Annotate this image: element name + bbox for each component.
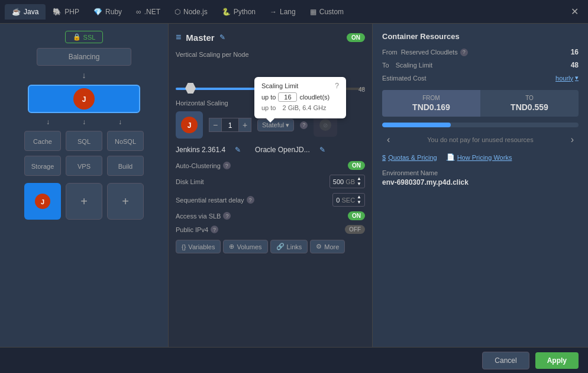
- cost-progress-fill: [382, 123, 451, 127]
- toolbar: {} Variables ⊕ Volumes 🔗 Links ⚙ More: [176, 240, 365, 253]
- cost-from-box: FROM TND0.169: [382, 90, 480, 117]
- svg-text:J: J: [41, 198, 44, 205]
- nosql-node[interactable]: NoSQL: [107, 131, 144, 151]
- tab-ruby[interactable]: 💎 Ruby: [86, 4, 129, 20]
- master-icon: ≡: [176, 32, 181, 43]
- java-small-node[interactable]: J: [24, 183, 61, 220]
- tab-java[interactable]: ☕ Java: [5, 4, 46, 20]
- scaling-limit-input[interactable]: [278, 92, 297, 102]
- how-pricing-works-link[interactable]: 📄 How Pricing Works: [447, 153, 512, 161]
- lang-icon: →: [270, 8, 277, 16]
- auto-clustering-help[interactable]: ?: [223, 162, 231, 169]
- chevron-down-icon: ▾: [286, 121, 289, 129]
- svg-text:J: J: [188, 121, 192, 130]
- ruby-icon: 💎: [93, 8, 102, 16]
- cost-to-box: TO TND0.559: [480, 90, 579, 117]
- nodes-row: Cache SQL NoSQL: [24, 131, 144, 151]
- java-icon: ☕: [12, 8, 21, 16]
- seq-restart-help[interactable]: ?: [247, 196, 254, 204]
- vertical-scaling-label: Vertical Scaling per Node: [176, 51, 365, 58]
- chevron-down-icon: ▾: [575, 74, 579, 82]
- main-layout: 🔒 SSL Balancing ↓ J ↓ ↓ ↓ Cache SQL: [0, 24, 588, 373]
- env-name-label: Environment Name: [382, 169, 579, 176]
- oracle-edit-icon[interactable]: ✎: [319, 146, 325, 154]
- jenkins-edit-icon[interactable]: ✎: [235, 146, 241, 154]
- to-cost-value: TND0.559: [486, 102, 573, 112]
- balancing-button[interactable]: Balancing: [37, 48, 131, 66]
- add-node-button-1[interactable]: +: [66, 183, 102, 220]
- reserved-value: 16: [571, 48, 579, 56]
- public-ipv4-row: Public IPv4 ? OFF: [176, 225, 365, 234]
- public-ipv4-toggle[interactable]: OFF: [345, 225, 365, 234]
- count-increase-button[interactable]: +: [238, 118, 251, 132]
- ssl-badge[interactable]: 🔒 SSL: [65, 31, 104, 43]
- quotas-pricing-link[interactable]: $ Quotas & Pricing: [382, 154, 437, 161]
- tab-bar: ☕ Java 🐘 PHP 💎 Ruby ∞ .NET ⬡ Node.js 🐍 P…: [0, 0, 588, 24]
- master-header: ≡ Master ✎ ON: [176, 32, 365, 43]
- tab-lang[interactable]: → Lang: [263, 4, 303, 20]
- cache-node[interactable]: Cache: [24, 131, 61, 151]
- pricing-links-row: $ Quotas & Pricing 📄 How Pricing Works: [382, 153, 579, 161]
- master-edit-icon[interactable]: ✎: [219, 33, 225, 41]
- horiz-node-icon: J: [176, 111, 203, 139]
- right-panel: Container Resources From Reserved Cloudl…: [373, 24, 588, 373]
- access-slb-help[interactable]: ?: [223, 212, 231, 220]
- seq-restart-input[interactable]: 0 SEC ▲ ▼: [332, 193, 365, 207]
- sql-node[interactable]: SQL: [66, 131, 102, 151]
- count-decrease-button[interactable]: −: [209, 118, 222, 132]
- oracle-label: Oracle OpenJD...: [255, 146, 310, 154]
- hourly-label: hourly: [555, 75, 573, 82]
- tab-python[interactable]: 🐍 Python: [215, 4, 263, 20]
- nav-arrows-row: ‹ You do not pay for unused resources ›: [382, 133, 579, 146]
- cancel-button[interactable]: Cancel: [482, 352, 529, 369]
- tab-nodejs[interactable]: ⬡ Node.js: [167, 4, 215, 20]
- add-node-button-2[interactable]: +: [107, 183, 144, 220]
- cost-boxes: FROM TND0.169 TO TND0.559: [382, 90, 579, 117]
- dollar-icon: $: [382, 154, 386, 161]
- seq-arrows[interactable]: ▲ ▼: [357, 195, 361, 205]
- slider-left-thumb[interactable]: [185, 83, 196, 94]
- public-ipv4-help[interactable]: ?: [211, 226, 218, 233]
- count-control: − 1 +: [209, 118, 251, 132]
- disk-limit-input[interactable]: 500 GB ▲ ▼: [329, 175, 365, 188]
- apply-button[interactable]: Apply: [535, 352, 579, 369]
- disk-arrows[interactable]: ▲ ▼: [357, 176, 361, 186]
- more-icon: ⚙: [316, 243, 322, 250]
- from-cost-value: TND0.169: [388, 102, 474, 112]
- left-panel: 🔒 SSL Balancing ↓ J ↓ ↓ ↓ Cache SQL: [0, 24, 169, 373]
- access-slb-toggle[interactable]: ON: [348, 211, 365, 220]
- reserved-help-icon[interactable]: ?: [460, 49, 468, 56]
- stateful-help-icon[interactable]: ?: [300, 121, 308, 129]
- storage-node[interactable]: Storage: [24, 156, 61, 176]
- tooltip-help-icon[interactable]: ?: [335, 82, 339, 90]
- book-icon: 📄: [447, 153, 455, 161]
- tab-net[interactable]: ∞ .NET: [129, 4, 167, 20]
- cost-progress-bar: [382, 123, 579, 127]
- svg-text:⊘: ⊘: [323, 122, 328, 128]
- java-node[interactable]: J: [28, 85, 140, 113]
- settings-rows: Auto-Clustering ? ON Disk Limit 500 GB: [176, 161, 365, 234]
- nav-prev-arrow[interactable]: ‹: [382, 133, 395, 146]
- stateful-select[interactable]: Stateful ▾: [257, 119, 294, 131]
- links-icon: 🔗: [276, 243, 285, 250]
- svg-text:J: J: [82, 95, 86, 104]
- tab-custom[interactable]: ▦ Custom: [303, 4, 351, 20]
- auto-clustering-toggle[interactable]: ON: [348, 161, 365, 170]
- volumes-button[interactable]: ⊕ Volumes: [223, 240, 267, 253]
- build-node[interactable]: Build: [107, 156, 144, 176]
- links-button[interactable]: 🔗 Links: [270, 240, 308, 253]
- vps-node[interactable]: VPS: [66, 156, 102, 176]
- middle-panel: ≡ Master ✎ ON Vertical Scaling per Node …: [169, 24, 373, 373]
- disk-limit-row: Disk Limit 500 GB ▲ ▼: [176, 175, 365, 188]
- tab-php[interactable]: 🐘 PHP: [46, 4, 86, 20]
- scaling-limit-row: To Scaling Limit 48: [382, 61, 579, 69]
- jenkins-label: Jenkins 2.361.4: [176, 146, 225, 154]
- slider-max-label: 48: [358, 86, 365, 93]
- estimated-cost-row: Estimated Cost hourly ▾: [382, 74, 579, 82]
- hourly-select[interactable]: hourly ▾: [555, 74, 579, 82]
- nav-next-arrow[interactable]: ›: [566, 133, 579, 146]
- master-toggle[interactable]: ON: [347, 33, 365, 42]
- variables-button[interactable]: {} Variables: [176, 240, 221, 253]
- more-button[interactable]: ⚙ More: [310, 240, 345, 253]
- close-button[interactable]: ✕: [566, 4, 583, 20]
